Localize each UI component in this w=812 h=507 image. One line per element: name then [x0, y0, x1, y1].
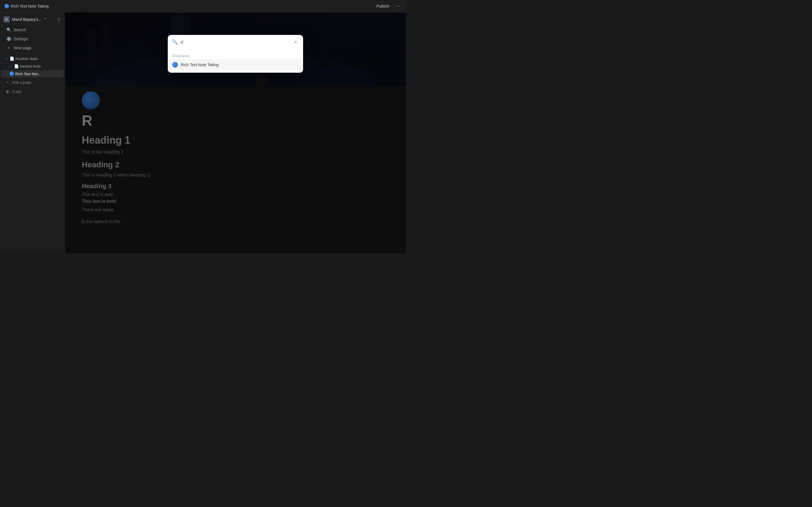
document-icon: 📄: [14, 64, 18, 68]
nav-item-label: Another Note: [15, 57, 38, 61]
sidebar-header: M Maruf Bepary's... ⌃ ⟨⟩: [0, 15, 64, 24]
search-icon: 🔍: [172, 40, 178, 45]
more-options-button[interactable]: ···: [395, 2, 402, 10]
nav-item-label: Nested Note: [20, 64, 41, 68]
top-bar-left: Rich Text Note Taking: [4, 4, 374, 8]
search-clear-button[interactable]: ✕: [293, 39, 299, 45]
top-bar-title: Rich Text Note Taking: [4, 4, 49, 8]
workspace-avatar: M: [3, 16, 10, 22]
sidebar-item-settings[interactable]: ⚙️ Settings: [2, 35, 63, 43]
search-input[interactable]: [181, 40, 290, 45]
search-modal: 🔍 ✕ Documents Rich Text Note Taking: [168, 35, 303, 73]
workspace-name-label: Maruf Bepary's...: [12, 17, 42, 22]
content-area: R Heading 1 This is the heading 1 Headin…: [65, 12, 406, 253]
top-bar: Rich Text Note Taking Publish ···: [0, 0, 406, 12]
nav-item-label: Rich Text Not...: [15, 72, 41, 76]
search-results: Documents Rich Text Note Taking: [168, 50, 303, 73]
workspace-expand-icon: ⌃: [44, 17, 47, 22]
settings-icon: ⚙️: [6, 36, 11, 41]
add-page-item[interactable]: ＋ Add a page: [1, 78, 63, 87]
nav-tree: ▾ 📄 Another Note › 📄 Nested Note › Rich …: [0, 55, 64, 78]
sidebar: M Maruf Bepary's... ⌃ ⟨⟩ 🔍 Search ⚙️ Set…: [0, 12, 65, 253]
globe-icon: [10, 71, 14, 76]
add-page-label: Add a page: [12, 80, 31, 84]
search-input-row: 🔍 ✕: [168, 35, 303, 50]
new-page-label: New page: [13, 46, 31, 50]
add-page-icon: ＋: [6, 80, 10, 85]
trash-item[interactable]: 🗑 Trash: [1, 88, 63, 96]
sidebar-item-new-page[interactable]: ＋ New page: [2, 44, 63, 52]
chevron-right-icon: ›: [4, 72, 8, 76]
nav-item-another-note[interactable]: ▾ 📄 Another Note: [1, 55, 63, 62]
sidebar-collapse-button[interactable]: ⟨⟩: [56, 17, 61, 22]
trash-label: Trash: [12, 90, 21, 94]
sidebar-item-search[interactable]: 🔍 Search: [2, 25, 63, 34]
top-bar-page-title: Rich Text Note Taking: [11, 4, 49, 8]
workspace-name[interactable]: M Maruf Bepary's... ⌃: [3, 16, 47, 22]
search-section-label: Documents: [168, 52, 303, 59]
page-globe-icon: [4, 4, 9, 8]
nav-item-rich-text[interactable]: › Rich Text Not...: [1, 70, 63, 77]
settings-label: Settings: [13, 37, 28, 41]
modal-overlay[interactable]: 🔍 ✕ Documents Rich Text Note Taking: [65, 12, 406, 253]
publish-button[interactable]: Publish: [374, 3, 392, 10]
trash-icon: 🗑: [6, 90, 10, 94]
document-icon: 📄: [10, 56, 14, 61]
sidebar-actions: ⟨⟩: [56, 17, 61, 22]
search-result-label: Rich Text Note Taking: [181, 62, 219, 67]
search-result-item[interactable]: Rich Text Note Taking: [168, 59, 303, 70]
result-globe-icon: [172, 62, 178, 68]
nav-item-nested-note[interactable]: › 📄 Nested Note: [1, 62, 63, 70]
new-page-icon: ＋: [6, 45, 11, 50]
search-label: Search: [13, 27, 26, 32]
chevron-down-icon: ▾: [4, 57, 8, 61]
search-icon: 🔍: [6, 27, 11, 33]
chevron-right-icon: ›: [9, 64, 13, 68]
main-layout: M Maruf Bepary's... ⌃ ⟨⟩ 🔍 Search ⚙️ Set…: [0, 12, 406, 253]
top-bar-right: Publish ···: [374, 2, 402, 10]
